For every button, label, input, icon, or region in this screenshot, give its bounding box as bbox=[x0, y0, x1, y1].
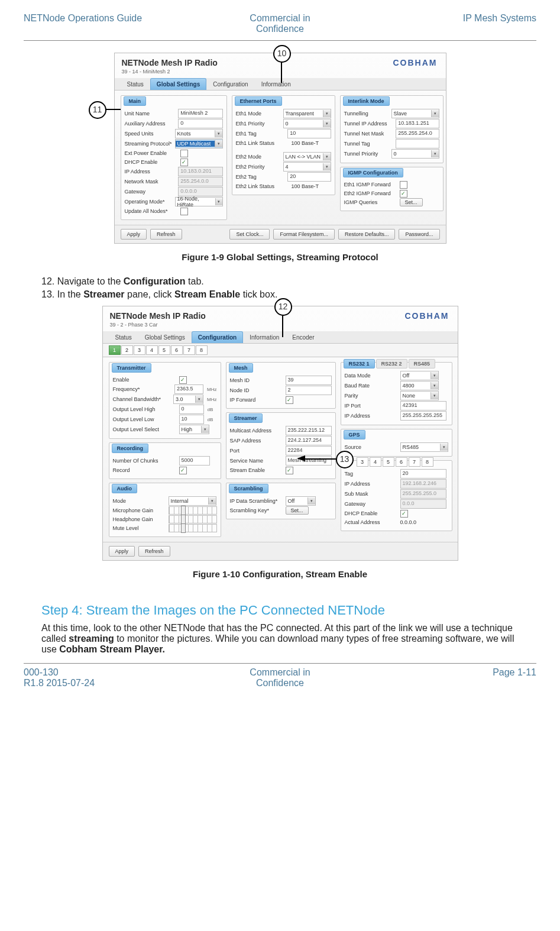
eth1-igmp-checkbox[interactable] bbox=[400, 181, 407, 189]
preset-tab-8[interactable]: 8 bbox=[196, 345, 208, 355]
net-tab-8[interactable]: 8 bbox=[422, 457, 433, 467]
update-all-nodes-checkbox[interactable] bbox=[180, 208, 188, 215]
eth2-mode-select[interactable]: LAN <-> VLAN▾ bbox=[283, 152, 331, 161]
button-bar: Apply Refresh bbox=[103, 542, 458, 560]
group-streamer: Streamer Multicast Address235.222.215.12… bbox=[226, 412, 336, 479]
tab-rs485[interactable]: RS485 bbox=[409, 359, 436, 368]
restore-defaults-button[interactable]: Restore Defaults... bbox=[338, 229, 396, 240]
serial-ip-addr-input[interactable]: 255.255.255.255 bbox=[400, 411, 446, 421]
eth1-tag-input[interactable]: 10 bbox=[287, 129, 331, 138]
screenshot-configuration: 12 13 COBHAM NETNode Mesh IP Radio 39 - … bbox=[102, 306, 458, 561]
tunnel-mask-input[interactable]: 255.255.254.0 bbox=[396, 129, 439, 138]
ip-address-input: 10.183.0.201 bbox=[178, 167, 222, 176]
record-checkbox[interactable]: ✓ bbox=[179, 467, 187, 474]
button-bar: Apply Refresh Set Clock... Format Filesy… bbox=[115, 225, 446, 243]
format-fs-button[interactable]: Format Filesystem... bbox=[273, 229, 335, 240]
preset-tab-5[interactable]: 5 bbox=[158, 345, 170, 355]
tab-rs232-2[interactable]: RS232 2 bbox=[376, 359, 407, 368]
operating-mode-select[interactable]: 16-Node, HiRate▾ bbox=[175, 197, 223, 206]
audio-mode-select[interactable]: Internal▾ bbox=[169, 496, 216, 506]
apply-button[interactable]: Apply bbox=[121, 229, 147, 240]
tab-configuration[interactable]: Configuration bbox=[206, 78, 254, 90]
tab-global-settings[interactable]: Global Settings bbox=[150, 78, 206, 90]
sap-addr-input[interactable]: 224.2.127.254 bbox=[286, 436, 332, 445]
refresh-button[interactable]: Refresh bbox=[150, 229, 182, 240]
preset-tab-6[interactable]: 6 bbox=[171, 345, 183, 355]
unit-name-input[interactable]: MiniMesh 2 bbox=[178, 109, 222, 118]
password-button[interactable]: Password... bbox=[399, 229, 439, 240]
net-tab-6[interactable]: 6 bbox=[396, 457, 407, 467]
preset-tab-2[interactable]: 2 bbox=[121, 345, 133, 355]
stream-enable-checkbox[interactable]: ✓ bbox=[286, 467, 293, 474]
scrambling-key-button[interactable]: Set... bbox=[286, 506, 309, 515]
ip-scrambling-select[interactable]: Off▾ bbox=[286, 496, 316, 506]
frequency-input[interactable]: 2363.5 bbox=[174, 384, 203, 394]
output-high-input[interactable]: 0 bbox=[179, 405, 204, 414]
speed-units-select[interactable]: Knots▾ bbox=[175, 129, 223, 138]
parity-select[interactable]: None▾ bbox=[400, 391, 439, 400]
baud-rate-select[interactable]: 4800▾ bbox=[400, 381, 439, 390]
group-mesh: Mesh Mesh ID39 Node ID2 IP Forward✓ bbox=[226, 362, 336, 409]
tunnel-ip-input[interactable]: 10.183.1.251 bbox=[396, 119, 439, 128]
eth2-tag-input[interactable]: 20 bbox=[287, 172, 331, 182]
tab-information[interactable]: Information bbox=[255, 78, 297, 90]
tunnel-priority-select[interactable]: 0▾ bbox=[391, 149, 439, 159]
chunks-input[interactable]: 5000 bbox=[179, 456, 210, 466]
tab-status[interactable]: Status bbox=[109, 331, 138, 343]
eth2-priority-select[interactable]: 4▾ bbox=[283, 162, 331, 172]
output-low-input[interactable]: 10 bbox=[179, 415, 204, 424]
net-tag-input[interactable]: 20 bbox=[400, 469, 446, 479]
tab-configuration[interactable]: Configuration bbox=[192, 331, 244, 343]
preset-tab-7[interactable]: 7 bbox=[183, 345, 195, 355]
node-id-input[interactable]: 2 bbox=[286, 386, 332, 395]
output-select[interactable]: High▾ bbox=[179, 425, 209, 434]
stream-port-input[interactable]: 22284 bbox=[286, 446, 332, 455]
service-name-input[interactable]: Mesh Streaming bbox=[286, 456, 332, 466]
eth1-priority-select[interactable]: 0▾ bbox=[283, 119, 331, 128]
net-tab-5[interactable]: 5 bbox=[383, 457, 394, 467]
net-tab-3[interactable]: 3 bbox=[357, 457, 368, 467]
set-clock-button[interactable]: Set Clock... bbox=[229, 229, 270, 240]
tab-status[interactable]: Status bbox=[121, 78, 150, 90]
mesh-id-input[interactable]: 39 bbox=[286, 376, 332, 385]
igmp-set-button[interactable]: Set... bbox=[400, 198, 423, 206]
group-audio: Audio ModeInternal▾ Microphone Gain Head… bbox=[109, 483, 221, 537]
mic-gain-slider[interactable] bbox=[169, 506, 217, 515]
preset-tab-1[interactable]: 1 bbox=[109, 345, 121, 355]
tx-enable-checkbox[interactable]: ✓ bbox=[179, 376, 187, 384]
streaming-protocol-select[interactable]: UDP Multicast▾ bbox=[175, 139, 223, 148]
apply-button[interactable]: Apply bbox=[109, 546, 135, 557]
figure-1-9-caption: Figure 1-9 Global Settings, Streaming Pr… bbox=[24, 252, 536, 262]
preset-tab-3[interactable]: 3 bbox=[134, 345, 145, 355]
tunnel-tag-input[interactable] bbox=[396, 139, 439, 148]
dhcp-enable-checkbox[interactable]: ✓ bbox=[180, 159, 188, 166]
mute-level-slider[interactable] bbox=[169, 524, 217, 532]
net-dhcp-checkbox[interactable]: ✓ bbox=[400, 510, 408, 518]
network-mask-input: 255.254.0.0 bbox=[178, 177, 222, 186]
eth1-mode-select[interactable]: Transparent▾ bbox=[283, 109, 331, 118]
serial-ip-port-input[interactable]: 42391 bbox=[400, 401, 446, 410]
header-left: NETNode Operations Guide bbox=[24, 13, 193, 34]
tunnelling-select[interactable]: Slave▾ bbox=[391, 109, 439, 118]
aux-address-input[interactable]: 0 bbox=[178, 119, 222, 128]
ip-forward-checkbox[interactable]: ✓ bbox=[286, 396, 293, 404]
data-mode-select[interactable]: Off▾ bbox=[400, 371, 439, 380]
group-transmitter-title: Transmitter bbox=[112, 363, 151, 373]
tab-information[interactable]: Information bbox=[243, 331, 286, 343]
refresh-button[interactable]: Refresh bbox=[138, 546, 170, 557]
headphone-gain-slider[interactable] bbox=[169, 515, 217, 523]
tab-global-settings[interactable]: Global Settings bbox=[138, 331, 192, 343]
bandwidth-select[interactable]: 3.0▾ bbox=[173, 395, 203, 404]
brand-logo: COBHAM bbox=[393, 58, 438, 67]
tab-rs232-1[interactable]: RS232 1 bbox=[344, 359, 375, 368]
eth2-igmp-checkbox[interactable]: ✓ bbox=[400, 190, 407, 198]
multicast-addr-input[interactable]: 235.222.215.12 bbox=[286, 426, 332, 435]
tab-encoder[interactable]: Encoder bbox=[286, 331, 321, 343]
preset-tab-4[interactable]: 4 bbox=[146, 345, 158, 355]
net-tab-7[interactable]: 7 bbox=[409, 457, 420, 467]
node-id-text: 39 - 14 - MiniMesh 2 bbox=[115, 69, 446, 78]
group-interlink: Interlink Mode TunnellingSlave▾ Tunnel I… bbox=[340, 95, 444, 163]
ext-power-checkbox[interactable] bbox=[180, 150, 188, 157]
gps-source-select[interactable]: RS485▾ bbox=[400, 442, 448, 452]
net-tab-4[interactable]: 4 bbox=[370, 457, 381, 467]
